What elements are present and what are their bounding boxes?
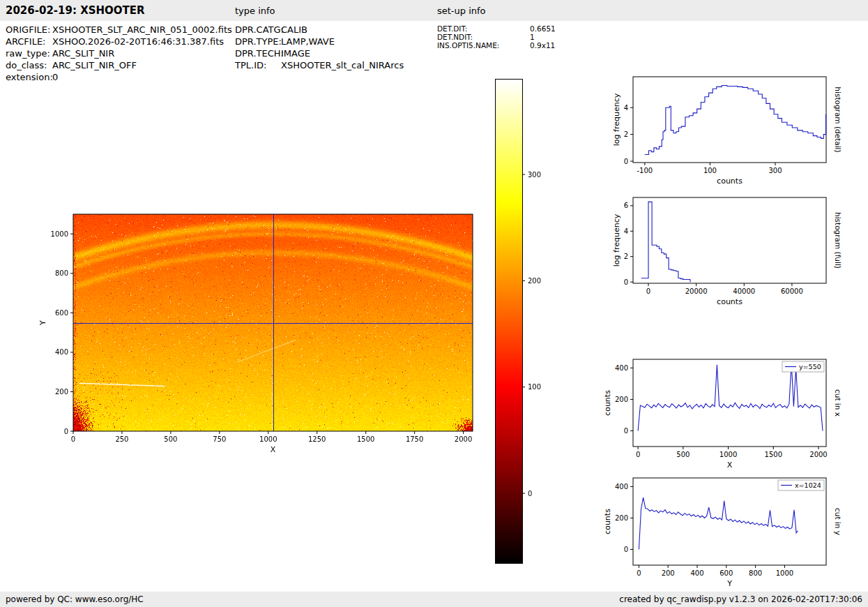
y-tick-label: 400 <box>615 364 628 372</box>
x-tick-label: 1500 <box>765 451 782 458</box>
footer-bar: powered by QC: www.eso.org/HC created by… <box>0 592 868 607</box>
field-value: 0.6651 <box>530 24 556 33</box>
footer-right-text: created by qc_rawdisp.py v1.2.3 on 2026-… <box>619 594 862 604</box>
y-tick-label: 0 <box>624 427 628 435</box>
plot-frame <box>633 478 826 565</box>
right-axis-label: histogram (detail) <box>834 87 842 152</box>
file-info-row: ORIGFILE:XSHOOTER_SLT_ARC_NIR_051_0002.f… <box>6 24 232 36</box>
x-tick-label: 0 <box>646 287 650 295</box>
detector-image-panel: 0250500750100012501500175020000200400600… <box>28 202 516 471</box>
y-axis-label: log frequency <box>612 213 621 267</box>
x-axis-label: counts <box>717 177 743 186</box>
y-tick-label: 4 <box>624 227 628 235</box>
field-value: IMAGE <box>281 47 310 59</box>
field-label: DET.DIT: <box>437 24 530 33</box>
right-axis-label: cut in x <box>834 389 842 417</box>
cut-in-y-plot: 020040060080010000200400Ycountscut in yx… <box>594 471 845 597</box>
field-label: DPR.CATG: <box>235 24 281 36</box>
plot-frame <box>633 197 826 283</box>
x-tick-label: 1000 <box>719 451 737 458</box>
type-info-row: DPR.TYPE:LAMP,WAVE <box>235 36 404 47</box>
field-label: DET.NDIT: <box>437 33 530 41</box>
setup-info-row: DET.NDIT:1 <box>437 33 556 41</box>
y-tick-label: 800 <box>55 269 68 277</box>
legend-label: x=1024 <box>795 481 821 489</box>
field-value: XSHOOTER_SLT_ARC_NIR_051_0002.fits <box>52 24 232 36</box>
x-tick-label: 250 <box>115 435 128 443</box>
field-label: do_class: <box>6 59 52 71</box>
histogram-full-plot: 02000040000600000246countslog frequencyh… <box>594 190 845 315</box>
y-tick-label: 400 <box>615 483 628 490</box>
y-tick-label: 200 <box>615 396 628 403</box>
x-axis-label: counts <box>717 297 743 306</box>
file-info-row: do_class:ARC_SLIT_NIR_OFF <box>6 59 232 71</box>
colorbar-tick-label: 200 <box>528 277 541 285</box>
right-axis-label: histogram (full) <box>834 212 842 269</box>
colorbar-panel: 0100200300 <box>488 73 572 572</box>
y-axis-label: counts <box>603 390 612 416</box>
x-tick-label: 200 <box>662 569 675 577</box>
x-tick-label: 800 <box>749 569 762 577</box>
colorbar-tick-label: 0 <box>528 490 532 497</box>
cut-in-x-plot: 05001000150020000200400Xcountscut in xy=… <box>594 352 845 478</box>
type-info-row: DPR.TECH:IMAGE <box>235 47 404 59</box>
colorbar-tick-label: 100 <box>528 383 541 391</box>
y-tick-label: 200 <box>55 388 68 396</box>
setup-info-heading: set-up info <box>437 6 486 16</box>
x-tick-label: 1000 <box>776 569 793 577</box>
field-label: ARCFILE: <box>6 36 52 47</box>
x-tick-label: 1250 <box>308 435 326 443</box>
colorbar-tick-label: 300 <box>528 171 541 179</box>
type-info-row: TPL.ID:XSHOOTER_slt_cal_NIRArcs <box>235 59 404 71</box>
field-value: ARC_SLIT_NIR <box>52 47 114 59</box>
file-info-row: raw_type:ARC_SLIT_NIR <box>6 47 232 59</box>
x-axis-label: X <box>727 460 733 470</box>
plot-frame <box>633 77 826 163</box>
y-tick-label: 600 <box>55 309 68 317</box>
x-tick-label: 60000 <box>781 287 803 295</box>
setup-info-row: INS.OPTI5.NAME:0.9x11 <box>437 41 556 50</box>
setup-info-block: DET.DIT:0.6651 DET.NDIT:1 INS.OPTI5.NAME… <box>437 24 556 50</box>
right-axis-label: cut in y <box>834 508 842 535</box>
field-label: INS.OPTI5.NAME: <box>437 41 530 50</box>
field-label: extension: <box>6 71 52 83</box>
x-tick-label: 600 <box>719 569 733 577</box>
x-axis-label: X <box>271 445 276 454</box>
y-axis-label: log frequency <box>612 93 621 146</box>
y-tick-label: 0 <box>64 428 68 435</box>
field-label: raw_type: <box>6 47 52 59</box>
footer-left-text: powered by QC: www.eso.org/HC <box>6 594 144 604</box>
field-value: 0 <box>52 71 58 83</box>
y-axis-label: counts <box>603 509 612 534</box>
field-value: CALIB <box>281 24 307 36</box>
x-tick-label: 40000 <box>733 287 755 295</box>
file-info-block: ORIGFILE:XSHOOTER_SLT_ARC_NIR_051_0002.f… <box>6 24 232 83</box>
x-tick-label: 750 <box>213 435 226 443</box>
setup-info-row: DET.DIT:0.6651 <box>437 24 556 33</box>
x-tick-label: 500 <box>676 451 690 458</box>
y-tick-label: 1000 <box>51 230 68 238</box>
type-info-block: DPR.CATG:CALIB DPR.TYPE:LAMP,WAVE DPR.TE… <box>235 24 404 71</box>
y-tick-label: 0 <box>624 158 628 165</box>
x-tick-label: 0 <box>71 435 75 443</box>
file-info-row: ARCFILE:XSHOO.2026-02-20T16:46:31.387.fi… <box>6 36 232 47</box>
x-tick-label: 0 <box>637 569 641 577</box>
y-tick-label: 4 <box>624 104 628 112</box>
x-axis-label: Y <box>726 579 732 588</box>
header-bar: 2026-02-19: XSHOOTER type info set-up in… <box>0 0 868 21</box>
x-tick-label: 100 <box>703 167 717 174</box>
field-value: ARC_SLIT_NIR_OFF <box>52 59 137 71</box>
x-tick-label: 1500 <box>357 435 374 443</box>
x-tick-label: 2000 <box>455 435 472 443</box>
y-tick-label: 0 <box>624 546 628 553</box>
field-value: 1 <box>530 33 535 41</box>
y-tick-label: 6 <box>624 202 628 209</box>
x-tick-label: -100 <box>637 167 653 174</box>
y-tick-label: 2 <box>624 130 628 138</box>
plot-frame <box>633 359 826 447</box>
x-tick-label: 300 <box>768 167 782 174</box>
y-tick-label: 2 <box>624 253 628 260</box>
y-tick-label: 0 <box>624 278 628 286</box>
field-label: ORIGFILE: <box>6 24 52 36</box>
x-tick-label: 2000 <box>809 451 827 458</box>
